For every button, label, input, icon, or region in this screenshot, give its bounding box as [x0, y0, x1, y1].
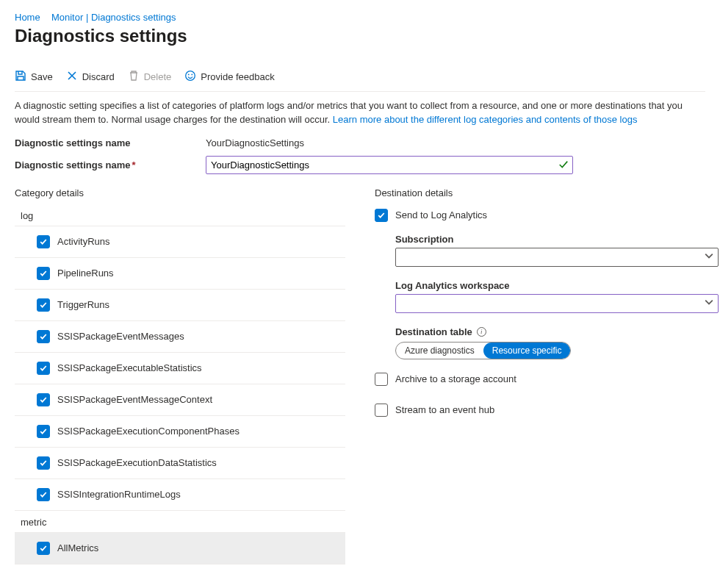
trash-icon: [128, 70, 140, 84]
category-label: SSISPackageEventMessageContext: [57, 394, 212, 405]
category-row: TriggerRuns: [15, 290, 345, 321]
feedback-button[interactable]: Provide feedback: [184, 70, 274, 84]
category-label: PipelineRuns: [57, 268, 114, 279]
required-asterisk: *: [132, 159, 135, 171]
category-label: TriggerRuns: [57, 299, 109, 310]
smile-icon: [184, 70, 196, 84]
save-icon: [15, 70, 26, 84]
destination-table-label: Destination table: [395, 326, 472, 337]
stream-event-hub-checkbox[interactable]: [375, 404, 388, 417]
category-row: PipelineRuns: [15, 258, 345, 290]
toggle-azure-diagnostics[interactable]: Azure diagnostics: [396, 343, 483, 359]
save-button[interactable]: Save: [15, 70, 53, 84]
discard-button[interactable]: Discard: [66, 70, 115, 84]
category-checkbox[interactable]: [37, 235, 50, 248]
close-icon: [66, 70, 78, 84]
category-label: ActivityRuns: [57, 236, 110, 247]
breadcrumb: Home Monitor | Diagnostics settings: [15, 12, 705, 23]
description-text: A diagnostic setting specifies a list of…: [15, 99, 705, 127]
breadcrumb-monitor[interactable]: Monitor | Diagnostics settings: [51, 12, 176, 23]
category-label: SSISPackageEventMessages: [57, 331, 184, 342]
category-row: SSISPackageEventMessages: [15, 321, 345, 353]
send-to-log-analytics-label: Send to Log Analytics: [395, 209, 487, 220]
category-row: SSISPackageExecutionComponentPhases: [15, 416, 345, 448]
subscription-label: Subscription: [395, 234, 705, 245]
category-row: SSISPackageEventMessageContext: [15, 384, 345, 416]
chevron-down-icon: [705, 298, 713, 309]
category-checkbox[interactable]: [37, 298, 50, 312]
stream-event-hub-label: Stream to an event hub: [395, 404, 494, 415]
page-title: Diagnostics settings: [15, 26, 705, 46]
check-icon: [558, 159, 569, 172]
delete-button: Delete: [128, 70, 172, 84]
category-label: SSISPackageExecutionDataStatistics: [57, 457, 217, 468]
archive-storage-label: Archive to a storage account: [395, 373, 516, 384]
category-label: SSISPackageExecutableStatistics: [57, 362, 202, 373]
svg-point-2: [192, 74, 193, 76]
toolbar: Save Discard Delete Provide feedback: [15, 67, 705, 92]
send-to-log-analytics-checkbox[interactable]: [375, 209, 388, 222]
subscription-select[interactable]: [395, 248, 719, 267]
destination-details-header: Destination details: [375, 187, 705, 198]
info-icon[interactable]: i: [477, 327, 486, 337]
category-row: ActivityRuns: [15, 226, 345, 258]
category-checkbox[interactable]: [37, 542, 50, 555]
category-details-header: Category details: [15, 187, 345, 198]
breadcrumb-home[interactable]: Home: [15, 12, 40, 23]
category-checkbox[interactable]: [37, 425, 50, 438]
category-label: SSISPackageExecutionComponentPhases: [57, 426, 240, 437]
archive-storage-checkbox[interactable]: [375, 373, 388, 386]
category-checkbox[interactable]: [37, 456, 50, 470]
category-label: AllMetrics: [57, 542, 98, 553]
workspace-select[interactable]: [395, 294, 719, 313]
category-checkbox[interactable]: [37, 362, 50, 375]
destination-table-toggle[interactable]: Azure diagnostics Resource specific: [395, 342, 571, 359]
toggle-resource-specific[interactable]: Resource specific: [483, 343, 571, 359]
svg-point-1: [188, 74, 190, 76]
name-label: Diagnostic settings name*: [15, 159, 206, 171]
learn-more-link[interactable]: Learn more about the different log categ…: [333, 114, 638, 125]
category-checkbox[interactable]: [37, 393, 50, 406]
metric-heading: metric: [21, 515, 345, 528]
category-checkbox[interactable]: [37, 267, 50, 280]
name-label-static: Diagnostic settings name: [15, 137, 206, 148]
name-value-static: YourDiagnosticSettings: [206, 137, 304, 148]
category-row: SSISPackageExecutableStatistics: [15, 353, 345, 384]
category-row: SSISIntegrationRuntimeLogs: [15, 479, 345, 511]
svg-point-0: [186, 71, 195, 81]
category-checkbox[interactable]: [37, 330, 50, 343]
workspace-label: Log Analytics workspace: [395, 280, 705, 291]
diagnostic-name-input[interactable]: [206, 156, 573, 174]
category-label: SSISIntegrationRuntimeLogs: [57, 489, 181, 500]
category-row: AllMetrics: [15, 533, 345, 564]
log-heading: log: [21, 209, 345, 221]
category-checkbox[interactable]: [37, 488, 50, 501]
chevron-down-icon: [705, 251, 713, 262]
category-row: SSISPackageExecutionDataStatistics: [15, 448, 345, 479]
